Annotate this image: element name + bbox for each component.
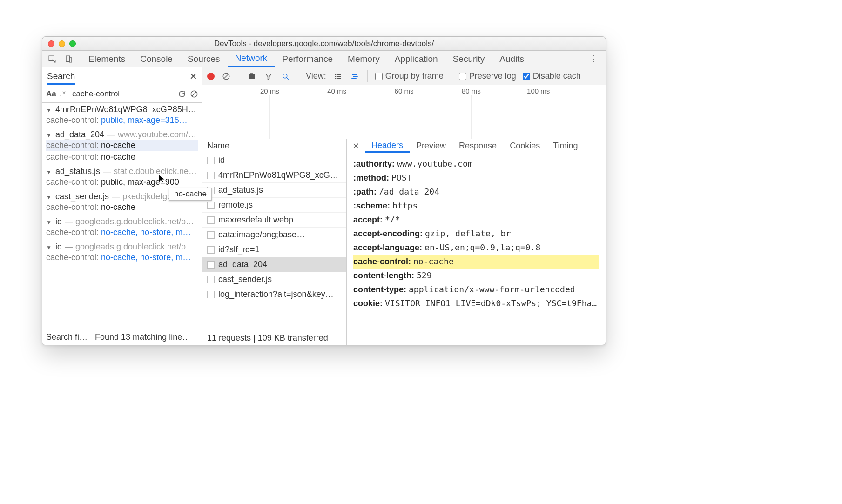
- search-panel-title: Search: [47, 71, 75, 85]
- group-by-frame-checkbox[interactable]: Group by frame: [375, 71, 444, 81]
- separator: [298, 70, 298, 82]
- svg-rect-15: [335, 78, 336, 79]
- minimize-window-button[interactable]: [59, 40, 65, 47]
- header-row[interactable]: cookie: VISITOR_INFO1_LIVE=dDk0-xTswPs; …: [353, 296, 599, 310]
- waterfall-view-icon[interactable]: [350, 71, 360, 81]
- record-button[interactable]: [207, 73, 215, 80]
- file-icon: [207, 291, 215, 298]
- header-row[interactable]: content-type: application/x-www-form-url…: [353, 282, 599, 296]
- request-row[interactable]: ad_status.js: [202, 183, 346, 198]
- main-tabs: ElementsConsoleSourcesNetworkPerformance…: [42, 51, 606, 67]
- search-result-line[interactable]: cache-control: no-cache: [46, 140, 198, 151]
- close-details-icon[interactable]: ✕: [347, 139, 365, 153]
- header-row[interactable]: :scheme: https: [353, 199, 599, 213]
- search-input[interactable]: [69, 88, 174, 100]
- filter-icon[interactable]: [263, 71, 274, 81]
- clear-log-icon[interactable]: [221, 71, 231, 81]
- header-row[interactable]: :method: POST: [353, 171, 599, 185]
- search-result-line[interactable]: cache-control: no-cache: [46, 202, 198, 213]
- header-key: :path:: [353, 187, 379, 196]
- tab-sources[interactable]: Sources: [180, 51, 228, 67]
- maximize-window-button[interactable]: [69, 40, 76, 47]
- search-result-line[interactable]: cache-control: no-cache: [46, 151, 198, 163]
- search-footer-right: Found 13 matching line…: [95, 332, 190, 342]
- match-case-toggle[interactable]: Aa: [46, 89, 56, 99]
- request-row[interactable]: log_interaction?alt=json&key…: [202, 287, 346, 302]
- tab-memory[interactable]: Memory: [340, 51, 387, 67]
- refresh-icon[interactable]: [178, 89, 186, 99]
- header-row[interactable]: :authority: www.youtube.com: [353, 157, 599, 171]
- search-result-line[interactable]: cache-control: no-cache, no-store, m…: [46, 227, 198, 238]
- detail-tab-response[interactable]: Response: [452, 139, 503, 153]
- request-row[interactable]: 4mrRnEPnWo81qWPG8_xcG…: [202, 168, 346, 183]
- header-value: 529: [417, 270, 432, 280]
- request-name: 4mrRnEPnWo81qWPG8_xcG…: [218, 170, 338, 180]
- request-row[interactable]: id?slf_rd=1: [202, 242, 346, 257]
- svg-rect-13: [335, 76, 336, 77]
- search-result-line[interactable]: cache-control: no-cache, no-store, m…: [46, 252, 198, 263]
- close-window-button[interactable]: [48, 40, 54, 47]
- search-result-line[interactable]: cache-control: public, max-age=315…: [46, 114, 198, 126]
- header-row[interactable]: accept-language: en-US,en;q=0.9,la;q=0.8: [353, 241, 599, 255]
- preserve-log-input[interactable]: [459, 73, 466, 80]
- regex-toggle[interactable]: .*: [60, 89, 65, 99]
- disable-cache-checkbox[interactable]: Disable cach: [523, 71, 581, 81]
- detail-tab-preview[interactable]: Preview: [410, 139, 452, 153]
- disable-cache-input[interactable]: [523, 73, 530, 80]
- detail-tabs: ✕ HeadersPreviewResponseCookiesTiming: [347, 139, 606, 153]
- header-row[interactable]: :path: /ad_data_204: [353, 185, 599, 199]
- clear-icon[interactable]: [190, 89, 198, 99]
- tab-console[interactable]: Console: [133, 51, 180, 67]
- close-icon[interactable]: ✕: [189, 71, 197, 82]
- search-result-group[interactable]: ▼id — googleads.g.doubleclick.net/p…cach…: [42, 240, 202, 265]
- header-row[interactable]: cache-control: no-cache: [353, 255, 599, 269]
- search-result-group[interactable]: ▼id — googleads.g.doubleclick.net/p…cach…: [42, 215, 202, 240]
- tab-network[interactable]: Network: [228, 51, 275, 67]
- screenshot-icon[interactable]: [247, 71, 257, 81]
- request-row[interactable]: maxresdefault.webp: [202, 213, 346, 228]
- search-result-group[interactable]: ▼ad_status.js — static.doubleclick.ne…ca…: [42, 165, 202, 190]
- search-result-group[interactable]: ▼cast_sender.js — pkedcjkdefgpdelp…cache…: [42, 190, 202, 215]
- search-result-group[interactable]: ▼4mrRnEPnWo81qWPG8_xcGP85HC…cache-contro…: [42, 103, 202, 128]
- detail-tab-headers[interactable]: Headers: [365, 139, 410, 153]
- headers-list: :authority: www.youtube.com:method: POST…: [347, 153, 606, 345]
- inspect-icon[interactable]: [47, 54, 57, 64]
- tab-security[interactable]: Security: [445, 51, 492, 67]
- request-name: remote.js: [218, 200, 253, 210]
- tab-audits[interactable]: Audits: [492, 51, 532, 67]
- request-row[interactable]: cast_sender.js: [202, 272, 346, 287]
- request-name: id: [218, 155, 225, 165]
- list-view-icon[interactable]: [333, 71, 343, 81]
- ruler-tick: 40 ms: [327, 87, 346, 95]
- search-icon[interactable]: [280, 71, 290, 81]
- tab-application[interactable]: Application: [387, 51, 445, 67]
- request-list: Name id4mrRnEPnWo81qWPG8_xcG…ad_status.j…: [202, 139, 347, 345]
- device-toggle-icon[interactable]: [64, 54, 74, 64]
- separator: [239, 70, 239, 82]
- search-result-line[interactable]: cache-control: public, max-age=900: [46, 176, 198, 188]
- header-row[interactable]: accept: */*: [353, 213, 599, 227]
- request-name: id?slf_rd=1: [218, 245, 260, 255]
- detail-tab-cookies[interactable]: Cookies: [503, 139, 546, 153]
- column-header-name[interactable]: Name: [202, 139, 346, 153]
- preserve-log-checkbox[interactable]: Preserve log: [459, 71, 516, 81]
- header-row[interactable]: accept-encoding: gzip, deflate, br: [353, 227, 599, 241]
- ruler-gridline: [269, 95, 270, 139]
- detail-tab-timing[interactable]: Timing: [546, 139, 584, 153]
- tab-elements[interactable]: Elements: [81, 51, 133, 67]
- titlebar: DevTools - developers.google.com/web/too…: [42, 37, 606, 51]
- search-results-footer: Search fi… Found 13 matching line…: [42, 329, 202, 345]
- request-row[interactable]: id: [202, 153, 346, 168]
- timeline-ruler[interactable]: 20 ms40 ms60 ms80 ms100 ms: [202, 85, 606, 139]
- image-file-icon: [207, 216, 215, 224]
- tab-performance[interactable]: Performance: [275, 51, 340, 67]
- search-result-group[interactable]: ▼ad_data_204 — www.youtube.com/…cache-co…: [42, 128, 202, 165]
- request-row[interactable]: ad_data_204: [202, 257, 346, 272]
- header-row[interactable]: content-length: 529: [353, 269, 599, 282]
- group-by-frame-input[interactable]: [375, 73, 383, 80]
- search-results: ▼4mrRnEPnWo81qWPG8_xcGP85HC…cache-contro…: [42, 103, 202, 329]
- request-row[interactable]: data:image/png;base…: [202, 228, 346, 242]
- image-file-icon: [207, 231, 215, 239]
- request-row[interactable]: remote.js: [202, 198, 346, 213]
- kebab-menu-icon[interactable]: ⋮: [582, 51, 606, 67]
